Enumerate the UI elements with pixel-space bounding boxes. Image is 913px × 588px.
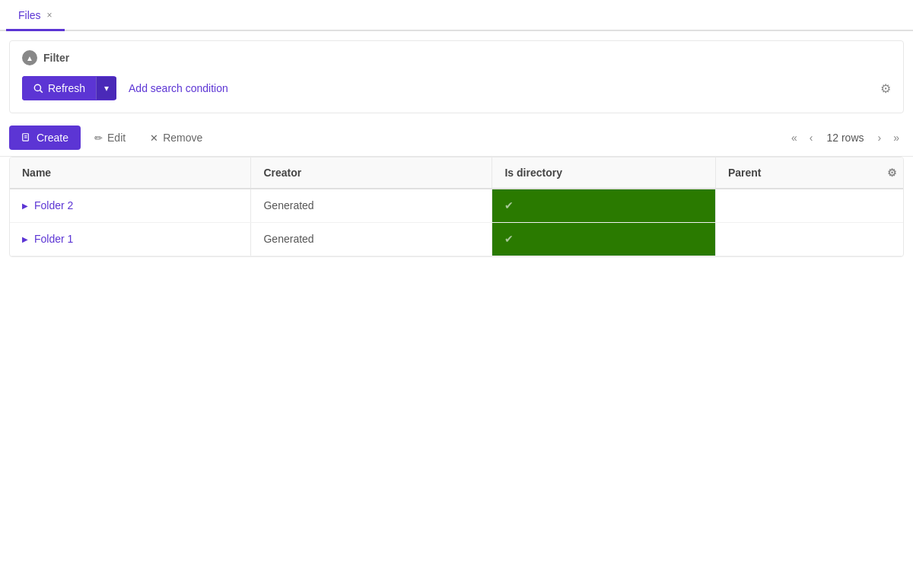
expander-arrow-icon: ▶ <box>22 235 28 243</box>
table-settings-icon[interactable]: ⚙ <box>887 167 897 179</box>
search-icon <box>33 83 43 94</box>
remove-button[interactable]: ✕ Remove <box>139 126 213 150</box>
cell-is-directory: ✔ <box>492 222 716 256</box>
pagination-last-button[interactable]: » <box>889 129 904 147</box>
table-row[interactable]: ▶ Folder 2 Generated ✔ <box>10 189 903 222</box>
table-row[interactable]: ▶ Folder 1 Generated ✔ <box>10 222 903 256</box>
svg-line-1 <box>40 91 43 93</box>
tab-close-icon[interactable]: × <box>47 11 52 20</box>
add-search-condition-link[interactable]: Add search condition <box>129 82 228 94</box>
table-container: Name Creator Is directory Parent ⚙ ▶ Fol… <box>9 157 904 257</box>
toolbar: Create ✏ Edit ✕ Remove « ‹ 12 rows › » <box>0 119 913 157</box>
cell-is-directory: ✔ <box>492 189 716 222</box>
pagination-first-button[interactable]: « <box>787 129 802 147</box>
files-tab[interactable]: Files × <box>6 0 65 31</box>
filter-gear-icon[interactable]: ⚙ <box>880 81 891 96</box>
edit-button[interactable]: ✏ Edit <box>84 126 136 150</box>
data-table: Name Creator Is directory Parent ⚙ ▶ Fol… <box>10 157 903 256</box>
pagination-next-button[interactable]: › <box>873 129 886 147</box>
filter-header: ▲ Filter <box>22 50 891 65</box>
refresh-main[interactable]: Refresh <box>22 76 96 100</box>
filter-actions: Refresh ▾ Add search condition ⚙ <box>22 76 891 100</box>
cell-name: ▶ Folder 2 <box>10 189 251 222</box>
row-name-text: Folder 1 <box>34 233 73 245</box>
row-name-text: Folder 2 <box>34 199 73 211</box>
empty-area <box>0 257 913 523</box>
table-body: ▶ Folder 2 Generated ✔ ▶ Folder 1 Genera… <box>10 189 903 256</box>
cell-name: ▶ Folder 1 <box>10 222 251 256</box>
edit-icon: ✏ <box>94 132 103 144</box>
filter-section: ▲ Filter Refresh ▾ Add search condition … <box>9 40 904 113</box>
expander-arrow-icon: ▶ <box>22 202 28 210</box>
col-header-name: Name <box>10 157 251 189</box>
checkmark-icon: ✔ <box>504 233 514 245</box>
row-expander[interactable]: ▶ Folder 1 <box>22 233 238 245</box>
pagination: « ‹ 12 rows › » <box>787 129 904 147</box>
row-count: 12 rows <box>821 132 870 144</box>
table-header-row: Name Creator Is directory Parent ⚙ <box>10 157 903 189</box>
row-expander[interactable]: ▶ Folder 2 <box>22 199 238 211</box>
cell-creator: Generated <box>251 222 492 256</box>
tab-bar: Files × <box>0 0 913 31</box>
checkmark-icon: ✔ <box>504 199 514 211</box>
col-header-is-directory: Is directory <box>492 157 716 189</box>
is-directory-inner: ✔ <box>492 189 715 222</box>
col-header-parent: Parent ⚙ <box>715 157 903 189</box>
refresh-dropdown-icon[interactable]: ▾ <box>96 77 116 100</box>
remove-icon: ✕ <box>150 132 158 144</box>
col-header-creator: Creator <box>251 157 492 189</box>
refresh-button[interactable]: Refresh ▾ <box>22 76 116 100</box>
cell-creator: Generated <box>251 189 492 222</box>
create-icon <box>21 132 32 143</box>
cell-parent <box>715 189 903 222</box>
svg-rect-2 <box>23 134 29 141</box>
filter-toggle-icon[interactable]: ▲ <box>22 50 37 65</box>
is-directory-inner: ✔ <box>492 223 715 256</box>
create-button[interactable]: Create <box>9 126 81 150</box>
filter-title: Filter <box>43 52 69 64</box>
pagination-prev-button[interactable]: ‹ <box>805 129 818 147</box>
svg-point-0 <box>34 84 40 91</box>
cell-parent <box>715 222 903 256</box>
tab-label: Files <box>18 9 41 21</box>
